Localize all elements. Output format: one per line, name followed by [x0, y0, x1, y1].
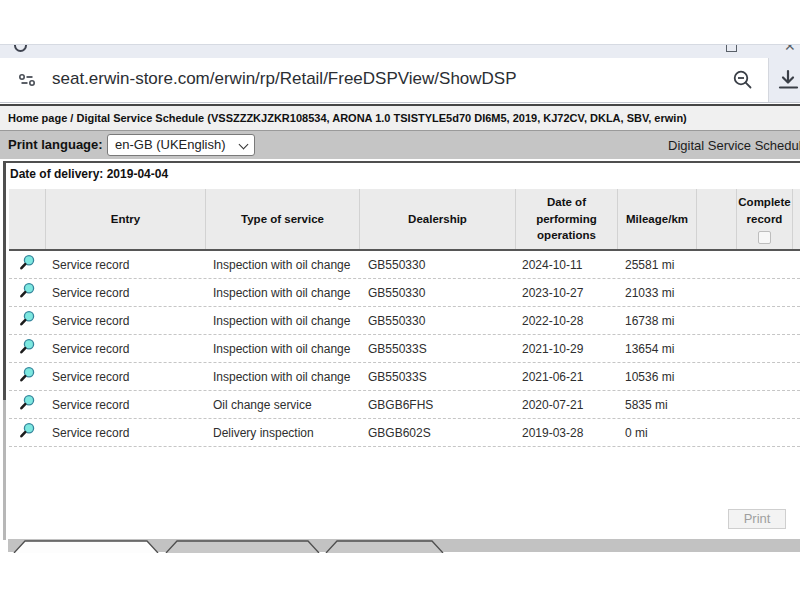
cell-date: 2023-10-27 — [516, 286, 618, 300]
cell-dealership: GB550330 — [360, 314, 516, 328]
magnifier-icon — [19, 422, 36, 443]
zoom-out-icon[interactable] — [732, 69, 754, 95]
cell-type-of-service: Delivery inspection — [206, 426, 360, 440]
cell-entry: Service record — [46, 342, 206, 356]
complete-record-checkbox[interactable] — [758, 231, 771, 244]
cell-dealership: GB55033S — [360, 370, 516, 384]
cell-entry: Service record — [46, 314, 206, 328]
chevron-down-icon — [239, 140, 249, 150]
cell-date: 2020-07-21 — [516, 398, 618, 412]
table-row: Service record Inspection with oil chang… — [9, 251, 800, 279]
frame-left-border-dark — [3, 161, 6, 400]
screen: ✕ seat.erwin-store.com/erwin/rp/Retail/F… — [0, 0, 800, 600]
cell-type-of-service: Inspection with oil change — [206, 314, 360, 328]
cell-entry: Service record — [46, 370, 206, 384]
cell-date: 2024-10-11 — [516, 258, 618, 272]
site-settings-icon[interactable] — [15, 68, 39, 96]
table-row: Service record Delivery inspection GBGB6… — [9, 419, 800, 447]
print-button[interactable]: Print — [728, 509, 786, 529]
cell-entry: Service record — [46, 398, 206, 412]
cell-date: 2021-10-29 — [516, 342, 618, 356]
open-record-button[interactable] — [9, 282, 46, 303]
cell-mileage: 16738 mi — [618, 314, 697, 328]
cell-dealership: GBGB602S — [360, 426, 516, 440]
cell-date: 2021-06-21 — [516, 370, 618, 384]
header-complete-record-label: Complete record — [738, 194, 790, 227]
magnifier-icon — [19, 394, 36, 415]
cell-mileage: 10536 mi — [618, 370, 697, 384]
header-type-of-service: Type of service — [206, 189, 360, 249]
cell-dealership: GB550330 — [360, 258, 516, 272]
cell-dealership: GB550330 — [360, 286, 516, 300]
print-language-select[interactable]: en-GB (UKEnglish) — [107, 134, 255, 156]
cell-entry: Service record — [46, 258, 206, 272]
table-row: Service record Inspection with oil chang… — [9, 335, 800, 363]
close-icon[interactable]: ✕ — [784, 44, 796, 54]
browser-url-bar[interactable]: seat.erwin-store.com/erwin/rp/Retail/Fre… — [0, 58, 800, 103]
print-language-bar: Print language: en-GB (UKEnglish) Digita… — [0, 131, 800, 159]
open-record-button[interactable] — [9, 422, 46, 443]
cell-type-of-service: Inspection with oil change — [206, 370, 360, 384]
table-row: Service record Inspection with oil chang… — [9, 307, 800, 335]
breadcrumb: Home page / Digital Service Schedule (VS… — [8, 112, 687, 124]
cell-type-of-service: Inspection with oil change — [206, 286, 360, 300]
bottom-tab-2[interactable] — [166, 541, 319, 553]
table-body: Service record Inspection with oil chang… — [9, 251, 800, 447]
bottom-tab-3[interactable] — [326, 541, 443, 553]
table-row: Service record Inspection with oil chang… — [9, 363, 800, 391]
print-language-label: Print language: — [8, 137, 103, 152]
magnifier-icon — [19, 366, 36, 387]
magnifier-icon — [19, 310, 36, 331]
magnifier-icon — [19, 338, 36, 359]
magnifier-icon — [19, 254, 36, 275]
header-entry: Entry — [46, 189, 206, 249]
cell-type-of-service: Inspection with oil change — [206, 258, 360, 272]
page-title: Digital Service Schedule — [668, 138, 800, 153]
bottom-tab-bar — [8, 539, 800, 552]
cell-date: 2022-10-28 — [516, 314, 618, 328]
cell-mileage: 5835 mi — [618, 398, 697, 412]
open-record-button[interactable] — [9, 310, 46, 331]
header-complete-record: Complete record — [737, 189, 793, 249]
bottom-tab-1[interactable] — [14, 541, 158, 553]
cell-type-of-service: Oil change service — [206, 398, 360, 412]
cell-date: 2019-03-28 — [516, 426, 618, 440]
cell-mileage: 25581 mi — [618, 258, 697, 272]
cell-mileage: 13654 mi — [618, 342, 697, 356]
browser-tab-strip: ✕ — [0, 44, 800, 58]
open-record-button[interactable] — [9, 394, 46, 415]
print-language-value: en-GB (UKEnglish) — [115, 137, 226, 152]
header-date-of-performing: Date of performing operations — [516, 189, 618, 249]
table-row: Service record Inspection with oil chang… — [9, 279, 800, 307]
magnifier-icon — [19, 282, 36, 303]
table-header-row: Entry Type of service Dealership Date of… — [9, 189, 800, 251]
header-spacer-column — [697, 189, 737, 249]
open-record-button[interactable] — [9, 366, 46, 387]
open-record-button[interactable] — [9, 338, 46, 359]
header-mileage: Mileage/km — [618, 189, 697, 249]
cell-dealership: GBGB6FHS — [360, 398, 516, 412]
header-icon-column — [9, 189, 46, 249]
url-text[interactable]: seat.erwin-store.com/erwin/rp/Retail/Fre… — [52, 69, 517, 89]
frame-left-border-light — [3, 400, 6, 540]
table-row: Service record Oil change service GBGB6F… — [9, 391, 800, 419]
cell-mileage: 21033 mi — [618, 286, 697, 300]
cell-entry: Service record — [46, 426, 206, 440]
breadcrumb-bar: Home page / Digital Service Schedule (VS… — [0, 104, 800, 131]
date-of-delivery: Date of delivery: 2019-04-04 — [10, 167, 168, 181]
cell-entry: Service record — [46, 286, 206, 300]
service-schedule-table: Entry Type of service Dealership Date of… — [9, 189, 800, 447]
cell-type-of-service: Inspection with oil change — [206, 342, 360, 356]
header-filler — [793, 189, 800, 249]
cell-dealership: GB55033S — [360, 342, 516, 356]
header-dealership: Dealership — [360, 189, 516, 249]
open-record-button[interactable] — [9, 254, 46, 275]
reload-icon[interactable] — [14, 44, 27, 52]
cell-mileage: 0 mi — [618, 426, 697, 440]
restore-window-icon[interactable] — [726, 44, 737, 52]
download-icon[interactable] — [776, 69, 800, 95]
frame-top-border — [3, 161, 800, 163]
